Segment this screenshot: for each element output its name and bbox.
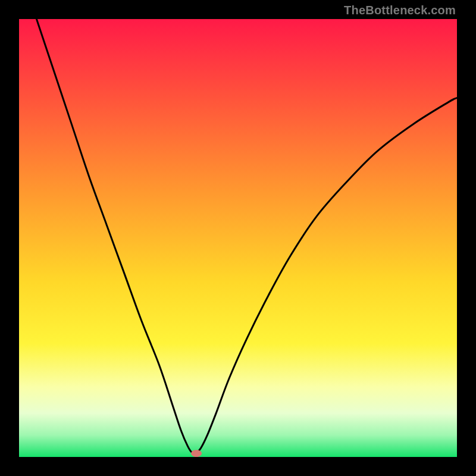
bottleneck-chart — [19, 19, 457, 457]
chart-frame — [19, 19, 457, 457]
gradient-background — [19, 19, 457, 457]
attribution-label: TheBottleneck.com — [344, 4, 456, 17]
minimum-marker — [191, 450, 202, 457]
